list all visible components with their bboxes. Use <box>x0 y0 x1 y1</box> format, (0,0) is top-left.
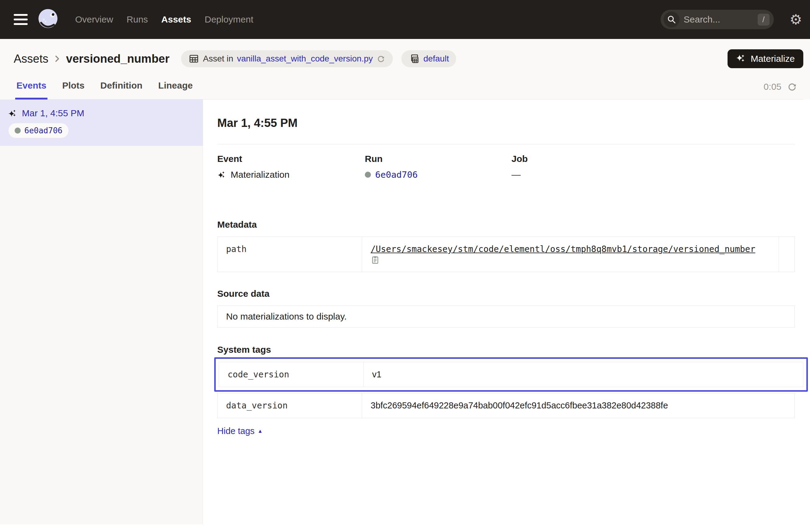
run-status-dot <box>15 128 21 134</box>
tab-plots[interactable]: Plots <box>61 80 85 99</box>
system-tags-table: data_version 3bfc269594ef649228e9a74bab0… <box>217 393 795 418</box>
materialization-sparkle-icon <box>8 108 18 118</box>
system-tags-heading: System tags <box>217 344 795 355</box>
search-shortcut-key: / <box>758 14 770 26</box>
metadata-heading: Metadata <box>217 220 795 230</box>
dagster-logo[interactable] <box>37 7 61 31</box>
search-box[interactable]: / <box>661 10 774 29</box>
job-value: — <box>512 170 521 180</box>
top-nav: Overview Runs Assets Deployment / ⚙ <box>0 0 810 39</box>
event-list-sidebar: Mar 1, 4:55 PM 6e0ad706 <box>0 99 203 525</box>
event-timestamp-link[interactable]: Mar 1, 4:55 PM <box>22 108 84 118</box>
repository-grid-icon <box>409 53 420 64</box>
table-row: code_version v1 <box>219 362 803 387</box>
repository-link[interactable]: default <box>423 54 449 64</box>
search-icon <box>664 12 679 27</box>
chevron-right-icon <box>53 53 61 64</box>
nav-deployment[interactable]: Deployment <box>205 14 253 25</box>
event-type-value: Materialization <box>231 170 289 180</box>
tag-key: code_version <box>219 362 363 387</box>
run-badge[interactable]: 6e0ad706 <box>9 123 68 138</box>
refresh-countdown: 0:05 <box>764 82 781 92</box>
run-status-dot <box>365 172 371 178</box>
tab-definition[interactable]: Definition <box>99 80 144 99</box>
copy-clipboard-icon[interactable] <box>371 255 770 264</box>
source-data-heading: Source data <box>217 289 795 299</box>
tag-value: 3bfc269594ef649228e9a74bab00f042efc91d5a… <box>362 393 794 418</box>
breadcrumb: Assets versioned_number Asset in vanilla… <box>14 49 803 68</box>
metadata-key: path <box>217 237 362 272</box>
hide-tags-label: Hide tags <box>217 426 255 436</box>
page-header: Assets versioned_number Asset in vanilla… <box>0 39 810 99</box>
asset-badge-prefix: Asset in <box>203 54 233 64</box>
triangle-up-icon: ▲ <box>258 428 263 434</box>
source-data-empty-message: No materializations to display. <box>217 306 795 327</box>
event-detail-panel: Mar 1, 4:55 PM Event Materialization Run <box>203 99 810 525</box>
tab-lineage[interactable]: Lineage <box>157 80 194 99</box>
tab-bar: Events Plots Definition Lineage 0:05 <box>14 80 803 99</box>
materialize-button[interactable]: Materialize <box>728 49 803 68</box>
metadata-path-link[interactable]: /Users/smackesey/stm/code/elementl/oss/t… <box>371 244 755 254</box>
asset-file-link[interactable]: vanilla_asset_with_code_version.py <box>237 54 373 64</box>
event-list-item-selected[interactable]: Mar 1, 4:55 PM 6e0ad706 <box>0 99 202 146</box>
tag-value: v1 <box>363 362 803 387</box>
breadcrumb-assets-link[interactable]: Assets <box>14 52 48 65</box>
metadata-table: path /Users/smackesey/stm/code/elementl/… <box>217 237 795 272</box>
reload-icon[interactable] <box>376 54 386 63</box>
run-id-link[interactable]: 6e0ad706 <box>375 170 418 180</box>
nav-overview[interactable]: Overview <box>75 14 113 25</box>
settings-gear-icon[interactable]: ⚙ <box>790 13 802 27</box>
asset-definition-badge: Asset in vanilla_asset_with_code_version… <box>181 50 393 67</box>
materialize-label: Materialize <box>751 53 795 64</box>
tab-events[interactable]: Events <box>15 80 47 99</box>
nav-assets[interactable]: Assets <box>161 14 191 25</box>
tag-key: data_version <box>217 393 362 418</box>
table-row: path /Users/smackesey/stm/code/elementl/… <box>217 237 794 272</box>
system-tags-table: code_version v1 <box>219 362 803 387</box>
repository-badge: default <box>401 50 456 67</box>
hide-tags-link[interactable]: Hide tags ▲ <box>217 426 263 436</box>
code-version-highlight-box: code_version v1 <box>214 357 808 392</box>
metadata-row-end-cell <box>779 237 796 272</box>
asset-table-icon <box>188 53 199 64</box>
sparkle-icon <box>736 53 746 64</box>
hamburger-menu-icon[interactable] <box>14 14 28 25</box>
table-row: data_version 3bfc269594ef649228e9a74bab0… <box>217 393 794 418</box>
run-column-label: Run <box>365 154 512 164</box>
event-column-label: Event <box>217 154 365 164</box>
nav-runs[interactable]: Runs <box>127 14 148 25</box>
run-id: 6e0ad706 <box>25 126 62 135</box>
materialization-sparkle-icon <box>217 170 226 179</box>
divider <box>217 144 795 144</box>
page-title: versioned_number <box>66 52 169 65</box>
job-column-label: Job <box>512 154 795 164</box>
refresh-icon[interactable] <box>787 82 797 92</box>
primary-nav: Overview Runs Assets Deployment <box>75 14 254 25</box>
event-detail-title: Mar 1, 4:55 PM <box>217 116 795 130</box>
search-input[interactable] <box>684 14 748 25</box>
